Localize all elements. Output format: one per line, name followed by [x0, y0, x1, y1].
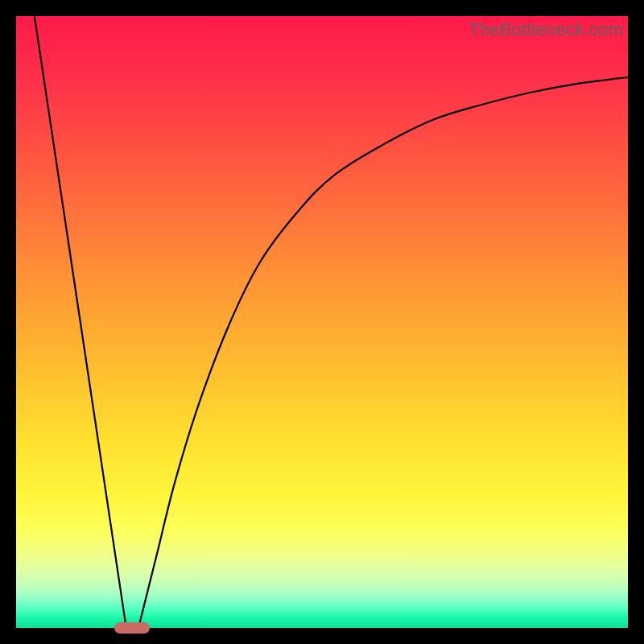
curve-left — [35, 16, 126, 628]
bottleneck-curve — [16, 16, 628, 628]
chart-frame: TheBottleneck.com — [16, 16, 628, 628]
optimum-marker — [114, 622, 150, 634]
plot-area: TheBottleneck.com — [16, 16, 628, 628]
curve-right — [138, 77, 628, 628]
